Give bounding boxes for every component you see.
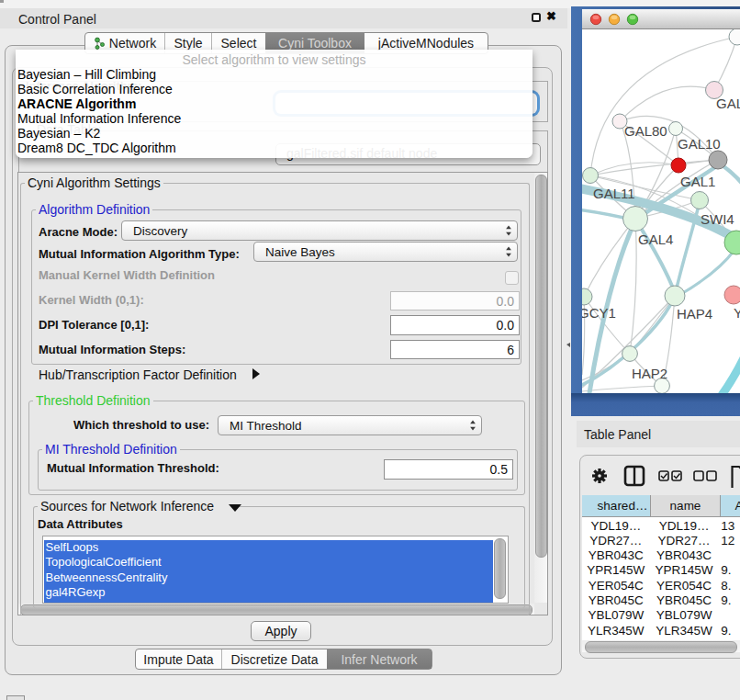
svg-text:GAL4: GAL4: [638, 231, 673, 247]
svg-text:GAL1: GAL1: [680, 174, 715, 189]
svg-text:GAL80: GAL80: [624, 123, 667, 139]
svg-text:GAL7: GAL7: [716, 96, 740, 111]
svg-text:GAL11: GAL11: [593, 186, 635, 201]
svg-text:SWI4: SWI4: [701, 211, 734, 227]
svg-text:YM: YM: [734, 305, 740, 321]
svg-text:GCY1: GCY1: [582, 305, 616, 321]
svg-text:HAP2: HAP2: [632, 366, 667, 381]
svg-text:HAP4: HAP4: [677, 306, 712, 322]
svg-text:GAL10: GAL10: [678, 136, 721, 152]
